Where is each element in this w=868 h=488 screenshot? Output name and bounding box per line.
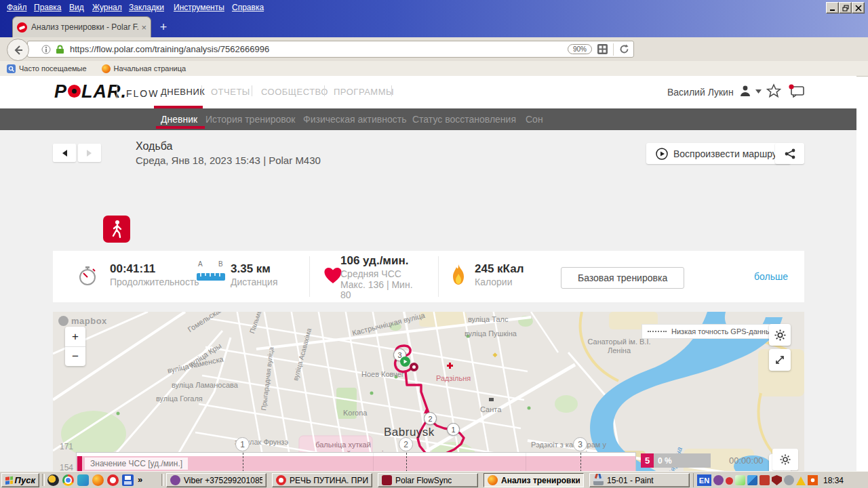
tab-title: Анализ тренировки - Polar F... [31,22,138,32]
more-link[interactable]: больше [754,271,788,282]
map-fullscreen-button[interactable] [769,349,791,371]
subnav-training-history[interactable]: История тренировок [205,114,295,125]
quicklaunch-overflow-chevron[interactable]: » [138,474,142,485]
prev-arrow-icon [60,149,68,157]
back-button[interactable] [7,39,29,61]
next-training-button[interactable] [78,144,101,162]
firefox-icon [488,475,498,485]
tray-icon-7[interactable] [784,475,794,485]
nav-programs[interactable]: ПРОГРАММЫ [334,87,394,97]
user-avatar-icon[interactable] [739,85,751,97]
menu-bookmarks[interactable]: Закладки [129,3,164,12]
gps-accuracy-legend: Низкая точность GPS-данных [642,324,781,339]
desktop: Файл Правка Вид Журнал Закладки Инструме… [0,0,868,488]
map-settings-button[interactable] [769,324,791,346]
quicklaunch-chrome-icon[interactable] [62,474,74,486]
subnav-physical-activity[interactable]: Физическая активность [303,114,406,125]
language-indicator[interactable]: EN [697,474,711,486]
tray-shield-icon[interactable] [772,475,782,485]
hr-zone-indicator: 5 0 % [641,453,711,468]
task-analysis-active[interactable]: Анализ тренировки ... [484,473,584,487]
minimize-icon [829,5,836,12]
tray-icon-5[interactable] [760,475,770,485]
browser-tab[interactable]: Анализ тренировки - Polar F... × [12,16,151,37]
menu-view[interactable]: Вид [69,3,84,12]
firefox-icon [102,64,111,73]
start-label: Пуск [15,475,35,485]
diary-subnav: Дневник История тренировок Физическая ак… [0,108,856,130]
map-zoom-out-button[interactable]: − [65,347,85,366]
nav-separator [391,85,392,96]
favorites-star-icon[interactable] [766,83,781,98]
tray-warning-icon[interactable] [796,476,806,485]
quicklaunch-save-icon[interactable] [122,474,134,486]
tray-viber-icon[interactable] [713,475,724,485]
task-viber[interactable]: Viber +375299201085 [166,473,267,487]
reload-icon[interactable] [619,44,629,54]
map-zoom-controls: + − [65,327,85,366]
tray-icon-4[interactable] [747,475,757,485]
route-map[interactable]: Гомельская вуліца Кры Кастрычніцкая вулі… [53,312,804,471]
bookmark-home-page[interactable]: Начальная страница [102,64,186,73]
hr-chart-plot[interactable]: Значение ЧСС [уд./мин.] [76,452,636,471]
subnav-recovery-status[interactable]: Статус восстановления [412,114,516,125]
lap-dashed-line [580,453,581,471]
new-tab-button[interactable]: + [155,19,172,35]
task-opera-video[interactable]: РЕЧЬ ПУТИНА. ПРИГО... [272,473,372,487]
page-info-icon[interactable] [41,45,51,54]
window-close-button[interactable] [852,2,865,14]
active-subnav-underline [156,126,205,129]
start-button[interactable]: Пуск [1,473,39,487]
calories-flame-icon [450,264,467,286]
tray-icon-2[interactable] [726,477,733,485]
tray-icon-3[interactable] [735,475,745,485]
calories-value: 245 кКал [475,262,524,276]
menu-edit[interactable]: Правка [34,3,62,12]
street-label: вуліца Ламаносава [172,381,238,389]
subnav-diary[interactable]: Дневник [161,114,197,125]
lap-dashed-line [243,453,243,471]
notifications-icon[interactable] [789,84,805,98]
window-restore-button[interactable] [839,2,852,14]
quicklaunch-opera-icon[interactable] [107,474,119,486]
menu-help[interactable]: Справка [232,3,264,12]
windows-taskbar: Пуск » Viber +375299201085 РЕЧЬ ПУТИНА. … [0,471,868,488]
map-zoom-in-button[interactable]: + [65,327,85,347]
window-titlebar: Файл Правка Вид Журнал Закладки Инструме… [0,0,868,37]
mapbox-logo[interactable]: mapbox [58,316,107,326]
prev-training-button[interactable] [53,144,76,162]
tab-close-icon[interactable]: × [141,22,146,33]
play-route-button[interactable]: Воспроизвести маршрут [646,143,791,164]
task-flowsync[interactable]: Polar FlowSync [378,473,478,487]
task-paint[interactable]: 15-01 - Paint [589,473,690,487]
user-name[interactable]: Василий Лукин [667,87,734,98]
bookmark-frequent[interactable]: Часто посещаемые [7,64,87,73]
zoom-level-badge[interactable]: 90% [568,44,592,54]
training-benefit-button[interactable]: Базовая тренировка [561,267,684,289]
quicklaunch-firefox-icon[interactable] [92,474,104,486]
tray-icon-9[interactable] [808,475,818,485]
quicklaunch-icon-1[interactable] [47,474,59,486]
nav-community[interactable]: СООБЩЕСТВО [261,87,328,97]
https-lock-icon[interactable] [56,45,64,54]
quicklaunch-icon-3[interactable] [77,474,89,486]
url-bar[interactable]: https://flow.polar.com/training/analysis… [27,41,634,58]
menu-history[interactable]: Журнал [92,3,122,12]
user-caret-down-icon[interactable] [755,89,762,94]
menu-tools[interactable]: Инструменты [174,3,224,12]
window-minimize-button[interactable] [826,2,839,14]
nav-reports[interactable]: ОТЧЕТЫ [211,87,250,97]
subnav-sleep[interactable]: Сон [526,114,543,125]
polar-logo[interactable]: PLAR. [54,81,127,102]
chart-settings-button[interactable] [772,449,798,470]
nav-diary[interactable]: ДНЕВНИК [161,87,205,97]
training-stats-card: 00:41:11 Продолжительность A B 3.35 км Д… [53,251,804,302]
share-button[interactable] [775,143,804,164]
grid-icon[interactable] [597,44,608,54]
poi-label-santa: Санта [480,405,501,413]
street-label: вуліца Пушкіна [465,329,517,338]
route-end-marker [410,363,418,371]
urlbar-divider [613,43,614,56]
tray-clock[interactable]: 18:34 [823,476,844,485]
menu-file[interactable]: Файл [7,3,27,12]
